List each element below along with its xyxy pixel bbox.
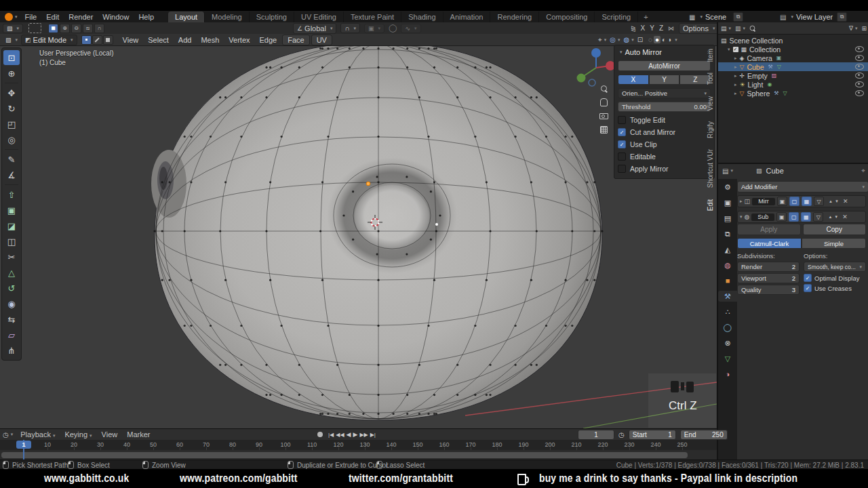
algorithm-simple[interactable]: Simple bbox=[802, 238, 866, 249]
workspace-tab-sculpting[interactable]: Sculpting bbox=[250, 12, 294, 22]
active-tool-button[interactable] bbox=[28, 23, 41, 33]
properties-tab-particles[interactable]: ∴ bbox=[719, 306, 736, 317]
show-overlays-dropdown[interactable]: ◎▾ bbox=[610, 36, 620, 43]
apply-mirror-checkbox[interactable] bbox=[618, 165, 626, 173]
workspace-tab-scripting[interactable]: Scripting bbox=[595, 12, 638, 22]
field-viewport[interactable]: Viewport2 bbox=[737, 273, 800, 283]
shading-wireframe-button[interactable]: ◌ bbox=[648, 36, 652, 43]
sidebar-tab-item[interactable]: Item bbox=[706, 45, 717, 66]
visibility-eye-icon[interactable] bbox=[855, 46, 864, 52]
record-button[interactable] bbox=[317, 432, 323, 437]
tool-spin[interactable]: ↺ bbox=[3, 281, 20, 296]
start-frame-field[interactable]: Start1 bbox=[629, 430, 676, 440]
checkbox-toggle-edit[interactable]: Toggle Edit bbox=[618, 116, 711, 124]
outliner-row-scene-collection[interactable]: ▤Scene Collection bbox=[718, 36, 868, 45]
outliner-row-collection[interactable]: ▾✓▦Collection bbox=[718, 45, 868, 54]
modifier-cage-toggle[interactable]: ▽ bbox=[814, 197, 824, 206]
properties-tab-render[interactable]: ▣ bbox=[719, 197, 736, 208]
filter-type-dropdown[interactable]: ▥▾ bbox=[735, 25, 745, 32]
edge-select-mode-button[interactable] bbox=[92, 35, 102, 45]
properties-tab-world[interactable]: ◍ bbox=[719, 260, 736, 270]
viewport-menu-uv[interactable]: UV bbox=[311, 35, 332, 45]
menu-window[interactable]: Window bbox=[98, 13, 134, 21]
play-reverse-button[interactable]: ◀ bbox=[347, 431, 351, 438]
disclosure-icon[interactable]: ▸ bbox=[734, 73, 737, 79]
face-select-mode-button[interactable] bbox=[103, 35, 113, 45]
checkbox-editable[interactable]: Editable bbox=[618, 152, 711, 161]
tool-knife[interactable]: ✂ bbox=[3, 249, 20, 264]
jump-to-start-button[interactable]: |◀ bbox=[328, 432, 334, 438]
xray-dropdown[interactable]: ◍▾ bbox=[623, 36, 633, 43]
menu-help[interactable]: Help bbox=[134, 13, 159, 21]
viewport-menu-select[interactable]: Select bbox=[144, 36, 173, 44]
modifier-editmode-toggle[interactable]: ▦ bbox=[802, 197, 812, 206]
play-button[interactable]: ▶ bbox=[353, 431, 357, 438]
modifier-move-down-icon[interactable]: ▼ bbox=[834, 215, 838, 219]
outliner-row-light[interactable]: ▸☀Light◉ bbox=[718, 80, 868, 89]
properties-editor-selector[interactable]: ▤▾ bbox=[722, 167, 733, 175]
algorithm-catmullclark[interactable]: Catmull-Clark bbox=[737, 238, 802, 249]
use-preview-range-icon[interactable]: ◷ bbox=[618, 431, 625, 439]
sidebar-tab-view[interactable]: View bbox=[706, 92, 717, 115]
disclosure-icon[interactable]: ▸ bbox=[734, 56, 737, 61]
jump-to-end-button[interactable]: ▶| bbox=[370, 432, 376, 438]
disclosure-icon[interactable]: ▸ bbox=[734, 82, 737, 87]
collection-checkbox[interactable]: ✓ bbox=[733, 47, 738, 52]
threshold-slider[interactable]: Threshold 0.00 bbox=[618, 102, 711, 112]
sidebar-tab-rigify[interactable]: Rigify bbox=[706, 117, 717, 142]
tool-smooth[interactable]: ◉ bbox=[3, 296, 20, 311]
current-frame-badge[interactable]: 1 bbox=[16, 441, 31, 449]
viewport-menu-edge[interactable]: Edge bbox=[256, 36, 281, 44]
viewport-menu-add[interactable]: Add bbox=[174, 36, 196, 44]
workspace-tab-animation[interactable]: Animation bbox=[443, 12, 491, 22]
select-op-new[interactable]: ◼ bbox=[48, 24, 58, 33]
properties-tab-physics[interactable]: ◯ bbox=[719, 322, 736, 333]
workspace-tab-shading[interactable]: Shading bbox=[401, 12, 443, 22]
tool-rotate[interactable]: ↻ bbox=[3, 101, 20, 116]
copy-button[interactable]: Copy bbox=[803, 224, 867, 235]
modifier-render-toggle[interactable]: ▣ bbox=[777, 197, 787, 206]
tool-extrude-region[interactable]: ⇧ bbox=[3, 187, 20, 202]
modifier-move-down-icon[interactable]: ▼ bbox=[835, 199, 839, 203]
sidebar-tab-edit[interactable]: Edit bbox=[706, 195, 717, 215]
visibility-eye-icon[interactable] bbox=[855, 73, 864, 79]
new-view-layer-icon[interactable]: ⧉ bbox=[837, 12, 847, 22]
properties-tab-output[interactable]: ▤ bbox=[719, 213, 736, 224]
next-keyframe-button[interactable]: ▶▶ bbox=[359, 432, 368, 438]
modifier-header-mirr[interactable]: ▸◫Mirr▣▢▦▽▲▼✕ bbox=[737, 195, 866, 207]
timeline-menu-marker[interactable]: Marker bbox=[122, 430, 155, 439]
editable-checkbox[interactable] bbox=[618, 152, 626, 161]
modifier-realtime-toggle[interactable]: ▢ bbox=[789, 197, 800, 206]
xray-toggle-button[interactable]: ⊡ bbox=[637, 36, 643, 43]
tool-annotate[interactable]: ✎ bbox=[3, 152, 20, 167]
workspace-tab-compositing[interactable]: Compositing bbox=[539, 12, 595, 22]
timeline-menu-playback[interactable]: Playback▾ bbox=[16, 430, 60, 439]
shading-material-button[interactable]: ◐ bbox=[662, 36, 666, 43]
menu-edit[interactable]: Edit bbox=[41, 13, 64, 21]
modifier-delete-icon[interactable]: ✕ bbox=[842, 214, 848, 220]
tool-scale[interactable]: ◰ bbox=[3, 117, 20, 131]
tool-move[interactable]: ✥ bbox=[3, 85, 20, 100]
visibility-eye-icon[interactable] bbox=[855, 64, 864, 70]
visibility-eye-icon[interactable] bbox=[855, 81, 864, 87]
prev-keyframe-button[interactable]: ◀◀ bbox=[336, 432, 344, 438]
menu-file[interactable]: File bbox=[20, 13, 42, 21]
toggle-edit-checkbox[interactable] bbox=[618, 116, 626, 124]
viewport-3d[interactable]: ▧▾ ◩Edit Mode▾ ViewSelectAddMeshVertexEd… bbox=[0, 34, 717, 428]
proportional-editing-toggle[interactable]: ◯ bbox=[389, 24, 397, 33]
properties-tab-modifiers[interactable]: ⚒ bbox=[718, 291, 737, 302]
camera-view-icon[interactable] bbox=[599, 113, 608, 119]
sidebar-tab-tool[interactable]: Tool bbox=[706, 68, 717, 89]
new-collection-icon[interactable]: ⊞ bbox=[861, 25, 867, 32]
vertex-select-mode-button[interactable] bbox=[81, 35, 92, 45]
checkbox-apply-mirror[interactable]: Apply Mirror bbox=[618, 165, 711, 173]
sidebar-tab-shortcut-vur[interactable]: Shortcut VUr bbox=[706, 145, 717, 192]
modifier-render-toggle[interactable]: ▣ bbox=[776, 212, 787, 222]
viewport-menu-mesh[interactable]: Mesh bbox=[197, 36, 223, 44]
checkbox-optimal-display[interactable]: ✓Optimal Display bbox=[804, 274, 866, 282]
add-modifier-dropdown[interactable]: Add Modifier ▾ bbox=[737, 181, 868, 192]
properties-tab-material[interactable]: ◑ bbox=[719, 369, 736, 380]
editor-type-selector[interactable]: ▧▾ bbox=[3, 24, 23, 33]
modifier-expand-icon[interactable]: ▸ bbox=[740, 199, 743, 204]
timeline-menu-view[interactable]: View bbox=[97, 430, 123, 439]
